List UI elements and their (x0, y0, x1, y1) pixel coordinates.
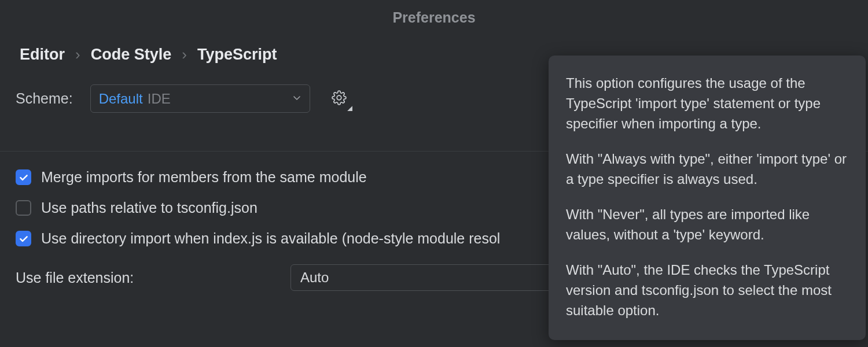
file-extension-label: Use file extension: (16, 270, 279, 286)
tooltip-paragraph: With "Never", all types are imported lik… (566, 204, 849, 245)
gear-icon (332, 90, 347, 108)
dropdown-corner-icon (347, 106, 352, 111)
breadcrumb-editor[interactable]: Editor (20, 46, 65, 64)
file-extension-select[interactable]: Auto (290, 264, 557, 291)
merge-imports-label: Merge imports for members from the same … (41, 169, 367, 186)
chevron-right-icon: › (182, 46, 187, 64)
relative-paths-label: Use paths relative to tsconfig.json (41, 200, 258, 216)
check-icon (19, 234, 29, 244)
breadcrumb-typescript[interactable]: TypeScript (197, 46, 277, 64)
merge-imports-checkbox[interactable] (16, 169, 31, 185)
relative-paths-checkbox[interactable] (16, 200, 31, 216)
chevron-down-icon (292, 93, 301, 105)
scheme-scope: IDE (148, 91, 171, 107)
scheme-label: Scheme: (16, 90, 73, 107)
tooltip-paragraph: This option configures the usage of the … (566, 73, 849, 134)
tooltip-paragraph: With "Always with type", either 'import … (566, 149, 849, 189)
help-tooltip: This option configures the usage of the … (549, 56, 866, 340)
directory-import-label: Use directory import when index.js is av… (41, 230, 500, 247)
tooltip-paragraph: With "Auto", the IDE checks the TypeScri… (566, 260, 849, 320)
breadcrumb-code-style[interactable]: Code Style (91, 46, 172, 64)
scheme-select[interactable]: Default IDE (90, 84, 310, 113)
chevron-right-icon: › (75, 46, 80, 64)
window-title: Preferences (0, 0, 868, 26)
directory-import-checkbox[interactable] (16, 231, 31, 246)
file-extension-value: Auto (300, 270, 329, 286)
scheme-actions-button[interactable] (328, 87, 351, 110)
check-icon (19, 172, 29, 183)
scheme-name: Default (99, 91, 143, 107)
